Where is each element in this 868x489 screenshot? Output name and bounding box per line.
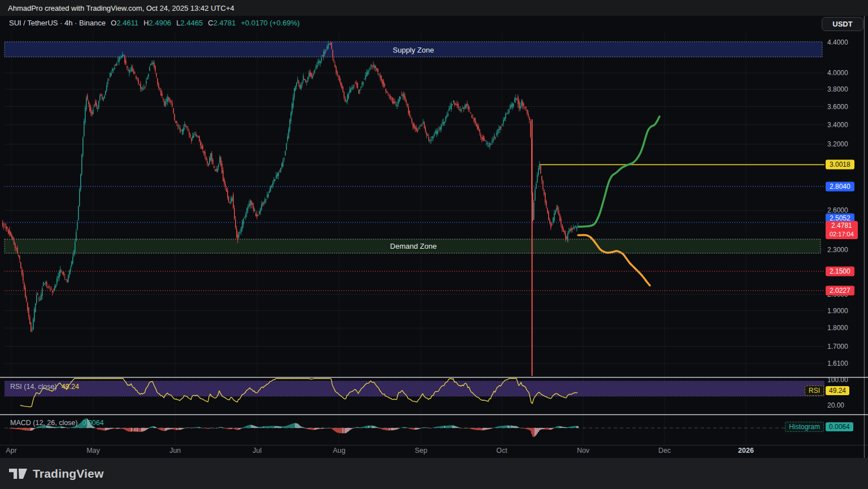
histogram-value-badge: 0.0064 <box>826 422 853 431</box>
price-label: 1.7000 <box>827 343 848 350</box>
currency-toggle-usdt[interactable]: USDT <box>822 17 863 31</box>
price-badge: 2.0227 <box>826 286 854 296</box>
time-label: May <box>86 447 100 455</box>
price-badge: 2.1500 <box>826 266 854 276</box>
footer-bar: TradingView <box>0 458 868 489</box>
price-label: 1.6100 <box>827 360 848 367</box>
price-label: 100.00 <box>827 376 848 384</box>
time-label: Dec <box>658 447 671 455</box>
demand-zone-label[interactable]: Demand Zone <box>5 242 822 250</box>
symbol-legend: SUI / TetherUS · 4h · Binance O2.4611 H2… <box>9 19 300 27</box>
ohlc-low: L2.4465 <box>176 19 203 27</box>
price-change: +0.0170 (+0.69%) <box>241 19 300 27</box>
tradingview-brand[interactable]: TradingView <box>33 467 104 481</box>
price-label: 3.8000 <box>827 85 848 93</box>
price-label: 3.4000 <box>827 121 848 129</box>
symbol-title[interactable]: SUI / TetherUS · 4h · Binance <box>9 19 106 27</box>
histogram-badge: Histogram <box>785 422 824 432</box>
time-label: Sep <box>415 447 427 455</box>
price-label: 4.4000 <box>827 38 848 46</box>
tradingview-logo-icon[interactable] <box>9 466 27 481</box>
price-label: 1.8000 <box>827 324 848 332</box>
ohlc-open: O2.4611 <box>111 19 138 27</box>
price-label: 20.00 <box>827 401 844 409</box>
ohlc-close: C2.4781 <box>208 19 236 27</box>
rsi-legend-value: 49.24 <box>62 383 79 391</box>
macd-legend-value: 0.0064 <box>82 419 103 427</box>
price-label: 3.6000 <box>827 103 848 111</box>
rsi-badge: RSI <box>805 386 824 396</box>
time-label: Nov <box>577 447 589 455</box>
price-badge: 3.0018 <box>826 160 854 170</box>
price-label: 3.2000 <box>827 140 848 148</box>
price-label: 1.9000 <box>827 307 848 315</box>
macd-legend: MACD (12, 26, close) 0.0064 <box>10 419 104 427</box>
tradingview-chart-window: AhmadPro created with TradingView.com, O… <box>0 0 868 489</box>
price-badge: 2.8040 <box>826 181 854 191</box>
rsi-legend-title[interactable]: RSI (14, close) <box>10 383 57 391</box>
price-badge: 2.478102:17:04 <box>826 221 858 239</box>
supply-zone-label[interactable]: Supply Zone <box>5 46 822 54</box>
time-label: Jul <box>253 447 262 455</box>
time-label: Apr <box>6 447 16 455</box>
rsi-value-badge: 49.24 <box>826 386 849 395</box>
time-label: Aug <box>333 447 345 455</box>
macd-legend-title[interactable]: MACD (12, 26, close) <box>10 419 77 427</box>
price-label: 4.0000 <box>827 69 848 77</box>
rsi-legend: RSI (14, close) 49.24 <box>10 383 79 391</box>
time-label: 2026 <box>738 447 754 455</box>
price-label: 2.3000 <box>827 246 848 254</box>
ohlc-high: H2.4906 <box>144 19 171 27</box>
time-label: Jun <box>170 447 181 455</box>
time-label: Oct <box>496 447 507 455</box>
